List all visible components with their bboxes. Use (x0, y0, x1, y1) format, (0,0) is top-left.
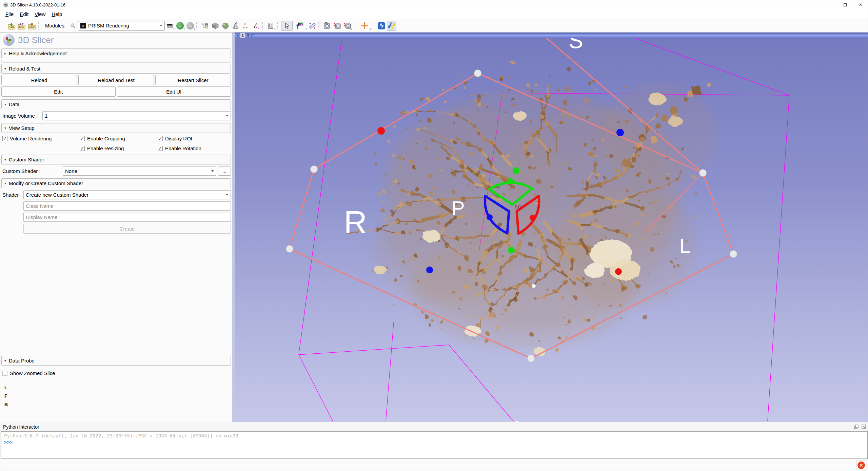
maximize-view-icon[interactable]: ▢ (251, 34, 254, 37)
view-gear-icon[interactable]: ✻ (246, 34, 250, 37)
toolbar-grip[interactable] (38, 22, 40, 30)
toolbar-grip[interactable] (354, 22, 355, 30)
checkbox-enable-resizing[interactable]: ✓ Enable Resizing (80, 145, 158, 151)
load-data-button[interactable]: DATA (7, 21, 16, 31)
grid-cube-button[interactable] (211, 21, 220, 31)
layout-tree-button[interactable] (200, 21, 210, 31)
checkbox-enable-cropping[interactable]: ✓ Enable Cropping (80, 136, 158, 141)
app-icon (3, 2, 8, 7)
close-panel-icon[interactable] (861, 425, 866, 429)
shader-selector[interactable]: Create new Custom Shader (23, 190, 231, 199)
menu-file[interactable]: File (2, 10, 17, 18)
restart-slicer-button[interactable]: Restart Slicer (155, 75, 231, 85)
checkbox-volume-rendering[interactable]: ✓ Volume Rendering (2, 136, 80, 141)
pin-icon[interactable]: ◄ (236, 34, 239, 37)
close-button[interactable]: ✕ (853, 0, 868, 9)
python-console[interactable]: Python 3.6.7 (default, Jan 16 2022, 23:2… (1, 431, 868, 459)
main-toolbar: DATA DCM SAVE Modules: (0, 19, 868, 33)
volume-rendering[interactable] (347, 60, 716, 355)
python-banner: Python 3.6.7 (default, Jan 16 2022, 23:2… (4, 433, 865, 438)
cube-icon (212, 22, 219, 30)
module-back-button[interactable]: ← ▾ (175, 21, 185, 31)
float-panel-icon[interactable] (853, 425, 859, 429)
load-dicom-button[interactable]: DCM (17, 21, 26, 31)
chevron-right-icon: ▸ (4, 52, 6, 55)
image-volume-selector[interactable]: 1 (42, 111, 231, 120)
svg-text:✳: ✳ (243, 22, 246, 26)
ruler-icon (309, 22, 316, 30)
history-gradient-icon (167, 24, 173, 28)
toolbar-grip[interactable] (262, 22, 264, 30)
roi-label: ROI (515, 204, 522, 210)
section-custom-shader[interactable]: ▾ Custom Shader (1, 155, 231, 164)
toolbar-grip[interactable] (318, 22, 320, 30)
window-level-button[interactable]: ▾ (293, 21, 307, 31)
svg-text:DCM: DCM (19, 26, 24, 28)
python-interactor-title: Python Interactor (3, 424, 853, 430)
module-history-button[interactable]: ▾ (165, 21, 175, 31)
threed-view[interactable]: ROI R P L S I ◄ 1 ✻ ▢ (235, 33, 868, 422)
menu-view[interactable]: View (32, 10, 48, 18)
screenshot-button[interactable]: ▾ (266, 21, 276, 31)
edit-button[interactable]: Edit (1, 86, 116, 97)
section-help-acknowledgement[interactable]: ▸ Help & Acknowledgement (1, 48, 231, 58)
transforms-button[interactable] (251, 21, 261, 31)
save-button[interactable]: SAVE (27, 21, 37, 31)
view-controller-bar[interactable]: ◄ 1 ✻ ▢ (235, 33, 868, 38)
edit-ui-button[interactable]: Edit UI (117, 86, 231, 97)
probe-row-f: F (4, 392, 232, 400)
toolbar-grip[interactable] (373, 22, 374, 30)
class-name-field[interactable] (23, 201, 231, 211)
display-name-field[interactable] (23, 213, 231, 222)
python-prompt: >>> (4, 439, 865, 445)
panel-splitter[interactable] (232, 33, 235, 422)
module-search-button[interactable] (68, 21, 78, 31)
prism-module-icon (80, 23, 86, 28)
section-view-setup[interactable]: ▾ View Setup (1, 123, 231, 133)
module-tree-icon (202, 22, 209, 29)
section-reload-test[interactable]: ▾ Reload & Test (1, 64, 231, 74)
menu-edit[interactable]: Edit (17, 10, 32, 18)
capture-view-button[interactable] (322, 21, 332, 31)
crosshair-icon (360, 22, 369, 30)
module-forward-button[interactable]: → ▾ (185, 21, 195, 31)
toolbar-grip[interactable] (277, 22, 279, 30)
shader-more-button[interactable]: ... (218, 166, 231, 176)
sphere-icon (222, 22, 229, 30)
crosshair-button[interactable]: ▾ (358, 21, 371, 31)
chevron-down-icon (211, 170, 214, 172)
brush-icon (252, 22, 260, 30)
python-console-button[interactable] (387, 21, 396, 31)
minimize-button[interactable] (822, 0, 837, 9)
menu-bar: File Edit View Help (0, 9, 868, 19)
mesh-button[interactable] (231, 21, 240, 31)
orientation-r: R (344, 204, 367, 240)
scene-views-button[interactable]: ▾ (343, 21, 352, 31)
menu-help[interactable]: Help (48, 10, 65, 18)
pointer-mode-button[interactable] (281, 21, 293, 31)
reload-and-test-button[interactable]: Reload and Test (78, 75, 154, 85)
modules-selector[interactable]: PRISM Rendering (78, 21, 165, 31)
collapsed-strip (1, 60, 231, 63)
reload-button[interactable]: Reload (1, 75, 77, 85)
window-title: 3D Slicer 4.13.0-2022-01-16 (10, 2, 65, 7)
section-data-probe[interactable]: ▾ Data Probe (1, 356, 231, 366)
orientation-p: P (452, 197, 465, 219)
error-log-button[interactable]: ✕ (856, 460, 866, 470)
ruler-button[interactable] (308, 21, 317, 31)
section-data[interactable]: ▾ Data (1, 99, 231, 109)
markups-button[interactable]: ✳ ✳ ✳ (241, 21, 251, 31)
custom-shader-selector[interactable]: None (63, 166, 216, 176)
section-modify-create-shader[interactable]: ▾ Modify or Create Custom Shader (1, 178, 231, 188)
checkbox-enable-rotation[interactable]: ✓ Enable Rotation (158, 145, 231, 151)
extensions-button[interactable] (377, 21, 386, 31)
toolbar-grip[interactable] (3, 22, 4, 30)
toolbar-grip[interactable] (196, 22, 198, 30)
maximize-button[interactable] (837, 0, 853, 9)
scene-view-button[interactable] (333, 21, 342, 31)
sphere-layout-button[interactable] (221, 21, 230, 31)
checkbox-show-zoomed-slice[interactable]: Show Zoomed Slice (2, 370, 55, 376)
checkbox-display-roi[interactable]: ✓ Display ROI (158, 136, 231, 141)
create-shader-button[interactable]: Create (23, 224, 231, 234)
probe-row-l: L (4, 384, 232, 392)
